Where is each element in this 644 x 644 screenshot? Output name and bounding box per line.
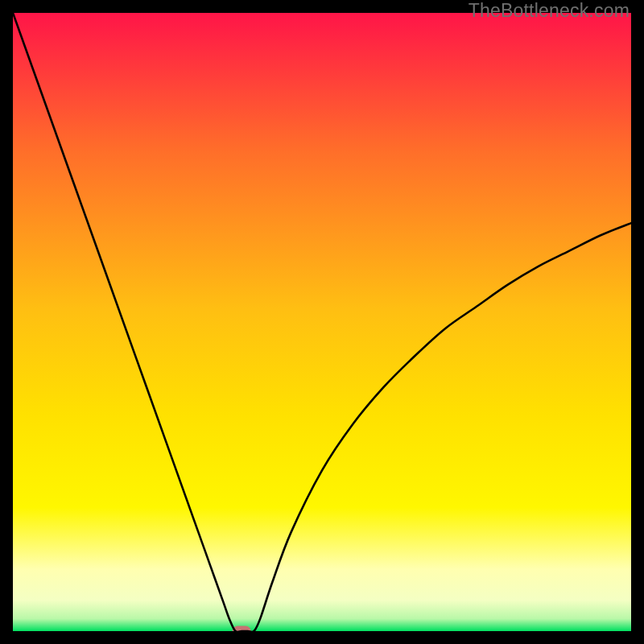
chart-frame [13, 13, 631, 631]
watermark-text: TheBottleneck.com [469, 0, 630, 22]
bottleneck-chart [13, 13, 631, 631]
gradient-background [13, 13, 631, 631]
